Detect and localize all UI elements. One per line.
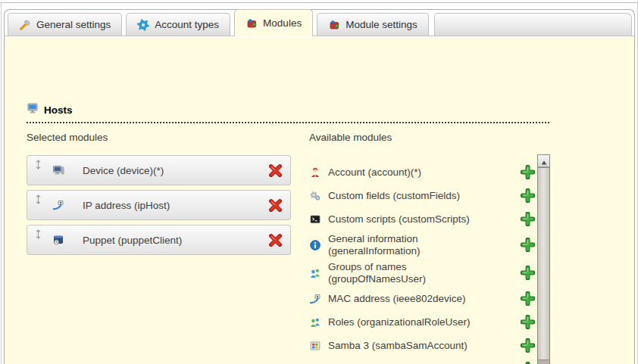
- roles-icon: [309, 316, 321, 328]
- scroll-up-button[interactable]: [538, 155, 549, 167]
- remove-icon: [268, 204, 283, 215]
- gear-icon: [137, 19, 149, 31]
- add-module-button[interactable]: [521, 165, 535, 179]
- tab-strip-filler: [434, 13, 632, 36]
- add-icon: [521, 243, 535, 254]
- add-module-button[interactable]: [521, 291, 535, 306]
- terminal-icon: [309, 213, 321, 226]
- available-module-row: Custom scripts (customScripts): [309, 210, 535, 229]
- selected-module-label: IP address (ipHost): [83, 200, 170, 211]
- config-panel: General settingsAccount typesModulesModu…: [4, 9, 635, 364]
- person-icon: [309, 166, 321, 179]
- available-module-row: Account (account)(*): [309, 163, 535, 182]
- add-icon: [521, 344, 535, 355]
- gears-icon: [309, 190, 321, 202]
- available-modules-scrollbar[interactable]: [537, 154, 550, 364]
- add-icon: [521, 271, 535, 282]
- available-modules-label: Available modules: [309, 132, 392, 143]
- monitor-icon: [27, 102, 39, 117]
- remove-icon: [268, 169, 283, 180]
- available-module-row: Groups of names (groupOfNamesUser): [309, 261, 535, 285]
- modules-icon: [246, 17, 258, 30]
- selected-module-row: Device (device)(*): [27, 155, 291, 185]
- group-icon: [309, 267, 321, 279]
- add-module-button[interactable]: [521, 266, 535, 280]
- remove-module-button[interactable]: [268, 198, 283, 213]
- tab-label: Account types: [155, 19, 219, 30]
- add-module-button[interactable]: [521, 188, 535, 203]
- selected-module-label: Device (device)(*): [83, 165, 164, 176]
- outer-top-border: [0, 2, 638, 3]
- add-icon: [521, 297, 535, 308]
- tab-modules[interactable]: Modules: [234, 9, 313, 36]
- network-icon: [309, 293, 321, 305]
- remove-module-button[interactable]: [268, 163, 283, 178]
- device-icon: [52, 164, 64, 176]
- available-modules-list: Account (account)(*)Custom fields (custo…: [309, 163, 535, 364]
- drag-handle-icon[interactable]: [35, 160, 42, 170]
- tab-module-settings[interactable]: Module settings: [317, 13, 429, 36]
- selected-modules-list: Device (device)(*)IP address (ipHost)Pup…: [27, 155, 291, 260]
- available-module-label: Custom scripts (customScripts): [328, 213, 489, 226]
- outer-left-border: [1, 2, 2, 364]
- add-icon: [521, 320, 535, 331]
- drag-handle-icon[interactable]: [35, 194, 42, 204]
- add-module-button[interactable]: [521, 315, 535, 329]
- available-module-label: Groups of names (groupOfNamesUser): [328, 261, 489, 285]
- available-module-row: Roles (organizationalRoleUser): [309, 313, 535, 331]
- available-module-label: Samba 3 (sambaSamAccount): [328, 340, 489, 352]
- section-header: Hosts: [27, 102, 549, 123]
- network-icon: [52, 199, 64, 211]
- scrollbar-thumb[interactable]: [538, 167, 549, 360]
- selected-module-label: Puppet (puppetClient): [83, 235, 182, 246]
- available-module-label: General information (generalInformation): [328, 233, 489, 257]
- available-module-row: Unix (posixAccount): [309, 359, 535, 364]
- selected-module-row: Puppet (puppetClient): [27, 225, 291, 255]
- scroll-up-icon: [541, 154, 547, 168]
- tab-strip: General settingsAccount typesModulesModu…: [5, 10, 634, 36]
- tab-label: General settings: [36, 19, 111, 30]
- available-module-row: Samba 3 (sambaSamAccount): [309, 336, 535, 355]
- tab-general-settings[interactable]: General settings: [8, 13, 122, 36]
- add-module-button[interactable]: [521, 338, 535, 353]
- puppet-icon: [52, 234, 64, 246]
- add-icon: [521, 194, 535, 205]
- remove-icon: [268, 238, 283, 250]
- available-module-row: General information (generalInformation): [309, 233, 535, 257]
- add-module-button[interactable]: [521, 212, 535, 226]
- info-icon: [309, 239, 321, 251]
- selected-module-row: IP address (ipHost): [27, 190, 291, 220]
- wrench-icon: [19, 19, 31, 31]
- available-module-row: Custom fields (customFields): [309, 186, 535, 205]
- remove-module-button[interactable]: [268, 233, 283, 247]
- available-module-label: Custom fields (customFields): [328, 190, 489, 202]
- tab-label: Modules: [263, 17, 302, 29]
- available-module-label: MAC address (ieee802device): [328, 293, 489, 305]
- available-module-label: Roles (organizationalRoleUser): [328, 316, 489, 328]
- add-module-button[interactable]: [521, 238, 535, 252]
- windows-icon: [309, 340, 321, 352]
- available-module-label: Account (account)(*): [328, 166, 489, 179]
- tab-account-types[interactable]: Account types: [126, 13, 230, 36]
- tab-content: Hosts Selected modules Available modules…: [5, 37, 634, 364]
- selected-modules-label: Selected modules: [27, 132, 108, 143]
- modules-icon: [328, 19, 340, 31]
- tab-label: Module settings: [346, 19, 418, 30]
- section-title: Hosts: [44, 104, 73, 116]
- drag-handle-icon[interactable]: [35, 229, 42, 239]
- add-icon: [521, 170, 535, 182]
- add-icon: [521, 217, 535, 229]
- available-module-row: MAC address (ieee802device): [309, 289, 535, 308]
